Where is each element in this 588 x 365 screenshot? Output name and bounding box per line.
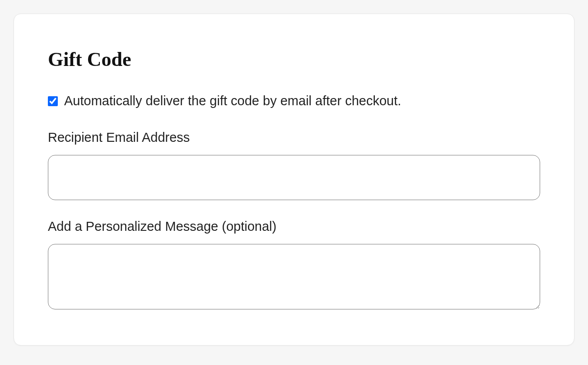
auto-deliver-checkbox[interactable]: [48, 96, 58, 106]
personalized-message-label: Add a Personalized Message (optional): [48, 219, 540, 234]
auto-deliver-row: Automatically deliver the gift code by e…: [48, 94, 540, 108]
personalized-message-group: Add a Personalized Message (optional): [48, 219, 540, 311]
auto-deliver-label[interactable]: Automatically deliver the gift code by e…: [64, 94, 401, 108]
recipient-email-input[interactable]: [48, 155, 540, 200]
page-title: Gift Code: [48, 48, 540, 71]
personalized-message-textarea[interactable]: [48, 244, 540, 309]
recipient-email-group: Recipient Email Address: [48, 130, 540, 200]
gift-code-card: Gift Code Automatically deliver the gift…: [14, 14, 574, 346]
recipient-email-label: Recipient Email Address: [48, 130, 540, 145]
